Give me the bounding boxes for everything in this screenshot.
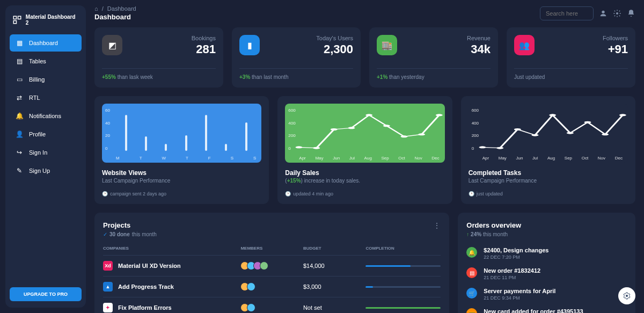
members-avatars: [240, 303, 303, 312]
chart-title: Completed Tasks: [469, 169, 628, 177]
company-logo: ✦: [103, 303, 113, 312]
chart-card-website-views: 6040200 MTWTFSS Website Views Last Campa…: [94, 96, 269, 204]
company-name: Fix Platform Errors: [118, 304, 172, 311]
chart-canvas: 6040200 MTWTFSS: [102, 104, 261, 163]
timeline-icon: ▤: [466, 267, 477, 278]
timeline-title: Server payments for April: [484, 288, 555, 294]
timeline-item: ▤ New order #1832412 21 DEC 11 PM: [466, 267, 627, 280]
chart-card-completed-tasks: 6004002000 AprMayJunJulAugSepOctNovDec C…: [461, 96, 635, 204]
sidebar-item-label: Notifications: [29, 113, 61, 119]
nav-icon: ▭: [15, 75, 24, 84]
sidebar-item-profile[interactable]: 👤Profile: [10, 126, 82, 143]
check-icon: ✓: [103, 231, 107, 237]
timeline-title: $2400, Design changes: [484, 247, 548, 253]
stat-footer: +55% than lask week: [102, 68, 216, 80]
svg-point-12: [418, 133, 425, 135]
settings-fab[interactable]: [618, 287, 635, 304]
svg-rect-2: [13, 21, 16, 24]
chart-subtitle: (+15%) increase in today sales.: [285, 178, 444, 184]
nav-icon: ▤: [15, 57, 24, 65]
clock-icon: 🕑: [102, 191, 108, 196]
timeline-item: 💳 New card added for order #4395133 20 D…: [466, 308, 627, 313]
bell-icon[interactable]: [627, 9, 635, 18]
sidebar-item-notifications[interactable]: 🔔Notifications: [10, 107, 82, 125]
stat-footer: Just updated: [514, 68, 628, 80]
timeline-icon: 🛒: [466, 288, 477, 299]
table-row[interactable]: ▲Add Progress Track $3,000: [103, 276, 441, 297]
brand-icon: [12, 14, 23, 25]
chart-footer: 🕑 updated 4 min ago: [285, 191, 444, 196]
chart-footer: 🕑 campaign sent 2 days ago: [102, 191, 261, 196]
search-input[interactable]: [540, 6, 594, 20]
stat-icon: ◩: [102, 35, 122, 55]
progress-bar: [365, 286, 441, 288]
orders-title: Orders overview: [466, 221, 627, 229]
timeline-time: 22 DEC 7:20 PM: [484, 254, 548, 260]
sidebar-item-sign-in[interactable]: ↪Sign In: [10, 144, 82, 161]
brand-text: Material Dashboard 2: [26, 14, 79, 26]
home-icon[interactable]: ⌂: [94, 5, 98, 12]
projects-card: Projects ✓ 30 done this month ⋮ COMPANIE…: [94, 213, 449, 313]
timeline-icon: 🔔: [466, 247, 477, 258]
stat-card-bookings: ◩ Bookings 281 +55% than lask week: [94, 27, 223, 88]
stat-footer: +1% than yesterday: [377, 68, 491, 80]
company-name: Material UI XD Version: [118, 263, 181, 269]
svg-point-7: [331, 128, 338, 130]
charts-row: 6040200 MTWTFSS Website Views Last Campa…: [94, 96, 635, 204]
sidebar-item-label: RTL: [29, 94, 40, 101]
svg-point-22: [619, 114, 626, 116]
budget-value: $3,000: [303, 283, 366, 290]
clock-icon: 🕑: [469, 191, 474, 196]
upgrade-button[interactable]: UPGRADE TO PRO: [10, 287, 82, 301]
chart-title: Website Views: [102, 169, 261, 177]
nav-icon: ↪: [15, 148, 24, 157]
sidebar-item-rtl[interactable]: ⇄RTL: [10, 89, 82, 106]
gear-icon[interactable]: [613, 9, 621, 18]
brand[interactable]: Material Dashboard 2: [10, 12, 82, 28]
timeline-time: 21 DEC 11 PM: [484, 275, 540, 280]
chart-footer: 🕑 just updated: [469, 191, 628, 196]
sidebar-item-label: Tables: [29, 58, 46, 64]
breadcrumb-current[interactable]: Dashboard: [107, 5, 136, 12]
table-row[interactable]: ✦Fix Platform Errors Not set: [103, 297, 441, 313]
chart-title: Daily Sales: [285, 169, 444, 177]
svg-point-16: [514, 128, 521, 130]
orders-card: Orders overview ↑ 24% this month 🔔 $2400…: [458, 213, 635, 313]
svg-point-19: [566, 132, 573, 134]
timeline-icon: 💳: [466, 308, 477, 313]
account-icon[interactable]: [599, 9, 608, 18]
svg-point-5: [296, 146, 303, 148]
avatar: [247, 303, 255, 312]
nav-icon: ⇄: [15, 93, 24, 102]
chart-canvas: 6004002000 AprMayJunJulAugSepOctNovDec: [469, 104, 628, 163]
stat-icon: ▮: [239, 35, 260, 55]
svg-point-17: [531, 134, 538, 136]
clock-icon: 🕑: [285, 191, 291, 196]
svg-rect-1: [18, 16, 20, 19]
chart-card-daily-sales: 6004002000 AprMayJunJulAugSepOctNovDec D…: [277, 96, 452, 204]
stat-card-today-s-users: ▮ Today's Users 2,300 +3% than last mont…: [232, 27, 361, 88]
sidebar-item-dashboard[interactable]: ▦Dashboard: [10, 34, 82, 52]
members-avatars: [240, 282, 303, 291]
avatar: [247, 282, 255, 291]
stat-icon: 🏬: [377, 35, 397, 55]
sidebar-item-tables[interactable]: ▤Tables: [10, 53, 82, 70]
svg-point-18: [549, 114, 556, 116]
page-title: Dashboard: [94, 13, 136, 21]
sidebar-item-label: Profile: [29, 131, 46, 137]
sidebar-item-sign-up[interactable]: ✎Sign Up: [10, 162, 82, 179]
nav-icon: ✎: [15, 166, 24, 175]
svg-point-15: [496, 147, 503, 149]
sidebar-item-label: Sign Up: [29, 168, 50, 174]
table-row[interactable]: XdMaterial UI XD Version $14,000: [103, 255, 441, 276]
svg-point-11: [401, 135, 408, 137]
stat-icon: 👥: [514, 35, 535, 55]
more-icon[interactable]: ⋮: [433, 221, 441, 230]
svg-point-6: [313, 147, 320, 149]
stat-card-revenue: 🏬 Revenue 34k +1% than yesterday: [369, 27, 498, 88]
projects-done-count: 30 done: [109, 231, 130, 237]
sidebar-item-billing[interactable]: ▭Billing: [10, 71, 82, 88]
budget-value: $14,000: [303, 263, 366, 269]
chart-subtitle: Last Campaign Performance: [102, 178, 261, 184]
chart-canvas: 6004002000 AprMayJunJulAugSepOctNovDec: [285, 104, 444, 163]
